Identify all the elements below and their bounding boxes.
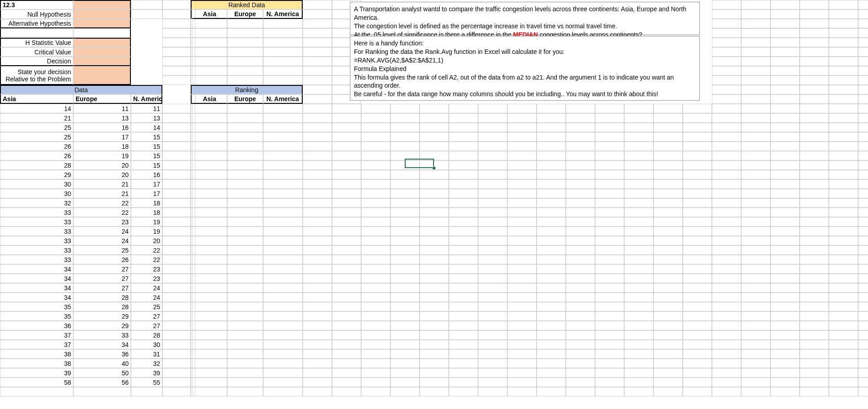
cell[interactable]	[303, 132, 332, 142]
cell[interactable]	[420, 283, 449, 293]
cell[interactable]	[303, 142, 332, 151]
cell[interactable]	[420, 170, 449, 179]
data-asia-cell[interactable]: 58	[0, 378, 73, 387]
cell[interactable]	[566, 387, 595, 396]
cell[interactable]	[712, 104, 741, 113]
cell[interactable]	[303, 302, 332, 311]
cell[interactable]	[303, 349, 332, 359]
cell[interactable]	[858, 66, 868, 76]
cell[interactable]	[770, 283, 800, 293]
cell[interactable]	[227, 19, 263, 28]
cell[interactable]	[537, 123, 566, 132]
cell[interactable]	[420, 302, 449, 311]
cell[interactable]	[829, 274, 858, 283]
cell[interactable]	[800, 47, 829, 57]
cell[interactable]	[537, 387, 566, 396]
data-namerica-cell[interactable]: 31	[131, 349, 162, 359]
cell[interactable]	[361, 170, 390, 179]
cell[interactable]	[361, 151, 390, 160]
cell[interactable]	[537, 151, 566, 160]
cell[interactable]	[624, 245, 653, 255]
data-europe-cell[interactable]: 36	[73, 349, 131, 359]
data-europe-cell[interactable]: 24	[73, 236, 131, 245]
cell[interactable]	[829, 236, 858, 245]
data-asia-cell[interactable]: 25	[0, 132, 73, 142]
cell[interactable]	[800, 132, 829, 142]
cell[interactable]	[800, 227, 829, 236]
cell[interactable]	[507, 293, 537, 302]
cell[interactable]	[227, 321, 263, 330]
cell[interactable]	[332, 387, 361, 396]
cell[interactable]	[263, 340, 303, 349]
cell[interactable]	[192, 208, 227, 217]
cell[interactable]	[162, 123, 191, 132]
cell[interactable]	[478, 208, 507, 217]
data-namerica-cell[interactable]: 24	[131, 283, 162, 293]
cell[interactable]	[478, 283, 507, 293]
cell[interactable]	[478, 387, 507, 396]
cell[interactable]	[829, 0, 858, 9]
cell[interactable]	[478, 132, 507, 142]
cell[interactable]	[131, 387, 162, 396]
cell[interactable]	[478, 179, 507, 189]
cell[interactable]	[449, 217, 478, 227]
cell[interactable]	[595, 170, 624, 179]
cell[interactable]	[131, 9, 162, 19]
cell[interactable]	[537, 274, 566, 283]
cell[interactable]	[162, 293, 191, 302]
cell[interactable]	[162, 0, 191, 9]
input-h-statistic[interactable]	[73, 38, 131, 47]
cell[interactable]	[263, 208, 303, 217]
cell[interactable]	[829, 321, 858, 330]
cell[interactable]	[566, 179, 595, 189]
cell[interactable]	[390, 302, 420, 311]
cell[interactable]	[192, 245, 227, 255]
cell[interactable]	[566, 340, 595, 349]
cell[interactable]	[192, 274, 227, 283]
cell[interactable]	[263, 19, 303, 28]
cell[interactable]	[653, 236, 683, 245]
cell[interactable]	[741, 378, 770, 387]
cell[interactable]	[332, 227, 361, 236]
cell[interactable]	[162, 19, 191, 28]
cell[interactable]	[390, 293, 420, 302]
cell[interactable]	[537, 132, 566, 142]
cell[interactable]	[858, 359, 868, 368]
cell[interactable]	[507, 311, 537, 321]
cell[interactable]	[624, 104, 653, 113]
cell[interactable]	[770, 236, 800, 245]
cell[interactable]	[683, 311, 712, 321]
cell[interactable]	[712, 9, 741, 19]
cell[interactable]	[162, 264, 191, 274]
cell[interactable]	[449, 208, 478, 217]
cell[interactable]	[507, 104, 537, 113]
cell[interactable]	[420, 340, 449, 349]
data-asia-cell[interactable]: 33	[0, 245, 73, 255]
cell[interactable]	[712, 236, 741, 245]
cell[interactable]	[741, 330, 770, 340]
cell[interactable]	[624, 113, 653, 123]
cell[interactable]	[566, 255, 595, 264]
cell[interactable]	[741, 160, 770, 170]
cell[interactable]	[303, 189, 332, 198]
cell[interactable]	[303, 227, 332, 236]
cell[interactable]	[712, 151, 741, 160]
cell[interactable]	[800, 123, 829, 132]
data-asia-cell[interactable]: 33	[0, 208, 73, 217]
cell[interactable]	[624, 378, 653, 387]
cell[interactable]	[390, 236, 420, 245]
cell[interactable]	[829, 19, 858, 28]
cell[interactable]	[361, 142, 390, 151]
cell[interactable]	[332, 132, 361, 142]
cell[interactable]	[800, 189, 829, 198]
cell[interactable]	[712, 208, 741, 217]
cell-title[interactable]: 12.3	[0, 0, 73, 9]
cell[interactable]	[390, 170, 420, 179]
cell[interactable]	[800, 217, 829, 227]
cell[interactable]	[741, 85, 770, 94]
cell[interactable]	[332, 264, 361, 274]
cell[interactable]	[624, 359, 653, 368]
cell[interactable]	[829, 245, 858, 255]
cell[interactable]	[390, 255, 420, 264]
cell[interactable]	[332, 274, 361, 283]
